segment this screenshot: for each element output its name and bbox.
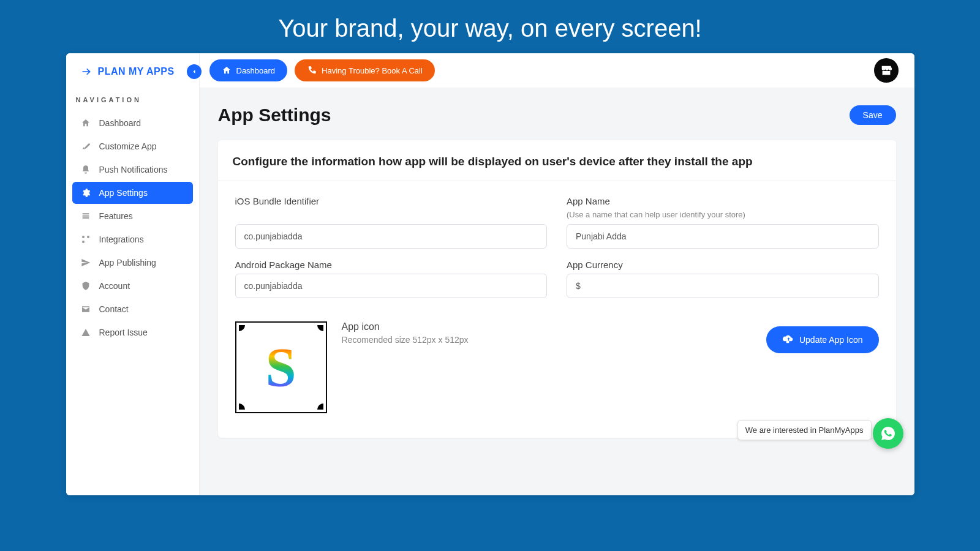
home-icon [222,66,232,75]
whatsapp-fab[interactable] [873,418,903,449]
brand: PLAN MY APPS [66,53,199,85]
page-title: App Settings [218,105,331,126]
icon-text: App icon Recomended size 512px x 512px [342,321,469,345]
ios-bundle-label: iOS Bundle Identifier [235,196,548,206]
sidebar-item-label: App Settings [99,188,148,198]
nav-list: Dashboard Customize App Push Notificatio… [66,112,199,343]
app-name-label: App Name [567,196,879,206]
settings-grid: iOS Bundle Identifier App Name (Use a na… [218,181,896,304]
shield-icon [80,280,92,292]
sidebar-item-dashboard[interactable]: Dashboard [72,112,193,134]
android-package-label: Android Package Name [235,260,548,270]
phone-icon [307,66,317,75]
sidebar-item-contact[interactable]: Contact [72,298,193,320]
field-app-currency: App Currency [567,260,879,298]
home-icon [80,117,92,129]
whatsapp-tooltip: We are interested in PlanMyApps [737,420,872,440]
app-name-hint: (Use a name that can help user identify … [567,210,879,219]
settings-card: Configure the information how app will b… [218,140,896,438]
sidebar-item-label: Features [99,211,133,221]
save-button[interactable]: Save [850,105,896,125]
topbar: Dashboard Having Trouble? Book A Call [200,53,914,88]
book-call-label: Having Trouble? Book A Call [322,66,423,75]
nav-heading: NAVIGATION [66,85,199,111]
sidebar-item-label: Customize App [99,141,157,151]
sidebar-item-account[interactable]: Account [72,275,193,297]
bell-icon [80,163,92,176]
sidebar-item-customize[interactable]: Customize App [72,135,193,157]
page-header: App Settings Save [200,88,914,134]
app-icon-image: S [265,336,296,399]
sidebar-item-label: App Publishing [99,258,156,268]
app-icon-hint: Recomended size 512px x 512px [342,335,469,345]
app-currency-input[interactable] [567,274,879,298]
sidebar-item-label: Dashboard [99,118,141,128]
brand-logo-icon [81,66,93,78]
sidebar-item-label: Integrations [99,234,144,244]
whatsapp-icon [880,425,896,441]
sidebar-item-publishing[interactable]: App Publishing [72,252,193,274]
brush-icon [80,140,92,152]
app-window: PLAN MY APPS NAVIGATION Dashboard Custom… [66,53,914,495]
cloud-upload-icon [782,334,793,345]
list-icon [80,210,92,222]
book-call-button[interactable]: Having Trouble? Book A Call [295,59,435,81]
sidebar-item-label: Contact [99,304,129,314]
sidebar-item-integrations[interactable]: Integrations [72,228,193,250]
brand-text: PLAN MY APPS [98,66,175,77]
integration-icon [80,233,92,246]
sidebar: PLAN MY APPS NAVIGATION Dashboard Custom… [66,53,200,495]
app-icon-preview: S [235,321,327,413]
gear-icon [80,187,92,199]
ios-bundle-input[interactable] [235,224,548,249]
store-avatar[interactable] [874,58,899,83]
sidebar-item-label: Account [99,281,130,291]
update-app-icon-label: Update App Icon [799,335,863,345]
sidebar-item-label: Push Notifications [99,165,168,174]
card-heading: Configure the information how app will b… [218,140,896,181]
sidebar-collapse-button[interactable] [187,64,202,79]
dashboard-button[interactable]: Dashboard [209,59,288,81]
sidebar-item-features[interactable]: Features [72,205,193,227]
android-package-input[interactable] [235,274,548,298]
update-app-icon-button[interactable]: Update App Icon [766,326,879,353]
svg-point-1 [87,236,89,238]
store-icon [880,64,893,77]
hero-tagline: Your brand, your way, on every screen! [0,0,980,53]
field-android-package: Android Package Name [235,260,548,298]
app-currency-label: App Currency [567,260,879,270]
mail-icon [80,303,92,315]
sidebar-item-push[interactable]: Push Notifications [72,159,193,181]
chevron-left-icon [190,68,198,75]
svg-point-0 [82,236,85,238]
send-icon [80,257,92,269]
dashboard-button-label: Dashboard [236,66,276,75]
sidebar-item-report[interactable]: Report Issue [72,321,193,343]
app-icon-title: App icon [342,321,469,332]
field-app-name: App Name (Use a name that can help user … [567,196,879,249]
app-name-input[interactable] [567,224,879,249]
svg-point-2 [82,241,85,243]
field-ios-bundle: iOS Bundle Identifier [235,196,548,249]
icon-row: S App icon Recomended size 512px x 512px… [218,304,896,438]
sidebar-item-app-settings[interactable]: App Settings [72,182,193,204]
warning-icon [80,326,92,339]
sidebar-item-label: Report Issue [99,328,148,337]
